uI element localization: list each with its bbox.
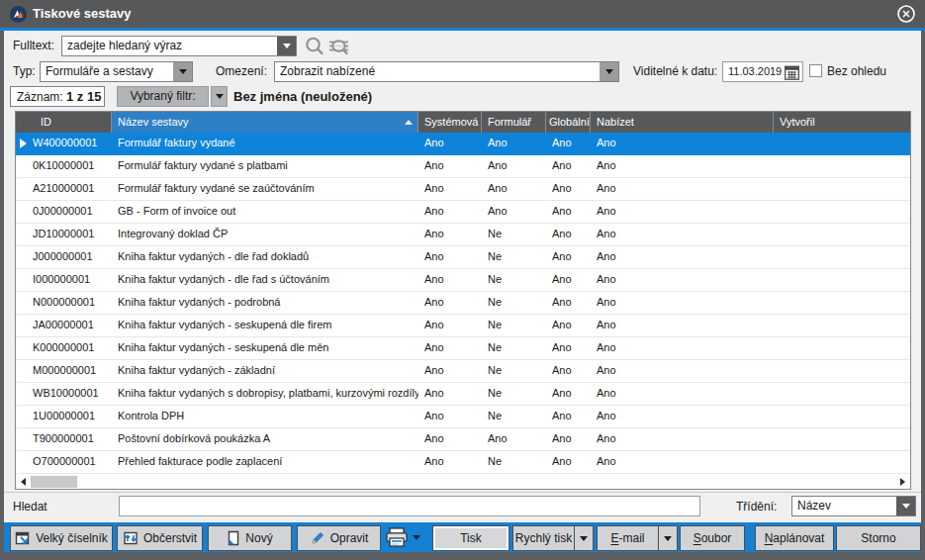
sort-dropdown-button[interactable] bbox=[896, 497, 915, 515]
cell-systemova: Ano bbox=[418, 133, 482, 154]
cell-vytvoril bbox=[774, 155, 910, 177]
cell-id: WB10000001 bbox=[16, 383, 112, 405]
cell-id: K000000001 bbox=[16, 337, 112, 359]
naplanovat-button[interactable]: Naplánovat bbox=[755, 525, 834, 551]
cell-systemova: Ano bbox=[418, 246, 482, 268]
storno-button[interactable]: Storno bbox=[836, 525, 921, 551]
table-row[interactable]: 1U00000001 Kontrola DPH Ano Ne Ano Ano bbox=[16, 406, 910, 428]
scrollbar-thumb[interactable] bbox=[31, 476, 77, 488]
type-combobox[interactable]: Formuláře a sestavy bbox=[40, 61, 193, 82]
column-header-id[interactable]: ID bbox=[16, 112, 112, 133]
novy-button[interactable]: Nový bbox=[208, 525, 292, 551]
cell-name: GB - Form of invoice out bbox=[112, 201, 418, 223]
fulltext-dropdown-button[interactable] bbox=[277, 37, 296, 55]
table-row[interactable]: 0K10000001 Formulář faktury vydané s pla… bbox=[16, 155, 910, 178]
close-icon[interactable] bbox=[897, 5, 915, 23]
table-row[interactable]: A210000001 Formulář faktury vydané se za… bbox=[16, 178, 910, 201]
cell-nabizet: Ano bbox=[591, 246, 774, 268]
cell-id: O700000001 bbox=[16, 451, 112, 473]
table-row[interactable]: JD10000001 Integrovaný doklad ČP Ano Ne … bbox=[16, 224, 910, 246]
refresh-icon bbox=[123, 530, 139, 546]
date-field[interactable]: 11.03.2019 bbox=[722, 61, 803, 82]
soubor-button[interactable]: Soubor bbox=[680, 525, 745, 551]
tisk-button[interactable]: Tisk bbox=[432, 525, 509, 551]
cell-name: Formulář faktury vydané bbox=[112, 133, 418, 154]
rychly-tisk-dropdown-button[interactable] bbox=[574, 526, 593, 550]
scroll-left-icon[interactable] bbox=[21, 478, 26, 486]
cell-nabizet: Ano bbox=[591, 201, 774, 223]
column-header-formular[interactable]: Formulář bbox=[482, 112, 546, 133]
cell-globalni: Ano bbox=[546, 246, 591, 268]
email-button[interactable]: E-mail bbox=[597, 525, 678, 551]
cell-formular: Ano bbox=[482, 155, 546, 177]
bottom-toolbar: Velký číselník Občerstvit Nový Opravit bbox=[4, 522, 921, 552]
rychly-tisk-button[interactable]: Rychlý tisk bbox=[512, 525, 594, 551]
velky-ciselnik-button[interactable]: Velký číselník bbox=[10, 525, 113, 551]
cell-vytvoril bbox=[774, 133, 910, 154]
scroll-right-icon[interactable] bbox=[900, 478, 905, 486]
cell-name: Kniha faktur vydaných - seskupená dle fi… bbox=[112, 315, 418, 336]
cell-nabizet: Ano bbox=[591, 292, 774, 314]
type-dropdown-button[interactable] bbox=[173, 62, 192, 81]
selected-filter-button[interactable]: Vybraný filtr: bbox=[117, 86, 209, 107]
bez-ohledu-checkbox[interactable] bbox=[809, 64, 822, 77]
column-header-nazev[interactable]: Název sestavy bbox=[112, 112, 418, 133]
sort-label: Třídění: bbox=[736, 497, 777, 517]
horizontal-scrollbar[interactable] bbox=[16, 475, 910, 489]
window-title: Tiskové sestavy bbox=[33, 6, 132, 21]
window-frame-bottom bbox=[0, 552, 925, 560]
table-row[interactable]: T900000001 Poštovní dobírková poukázka A… bbox=[16, 428, 910, 451]
table-row[interactable]: W400000001 Formulář faktury vydané Ano A… bbox=[16, 133, 910, 155]
cell-name: Kniha faktur vydaných - dle řad dokladů bbox=[112, 246, 418, 268]
table-row[interactable]: 0J00000001 GB - Form of invoice out Ano … bbox=[16, 201, 910, 224]
cell-globalni: Ano bbox=[546, 428, 591, 450]
opravit-button[interactable]: Opravit bbox=[297, 525, 381, 551]
table-row[interactable]: J000000001 Kniha faktur vydaných - dle ř… bbox=[16, 246, 910, 269]
cell-vytvoril bbox=[774, 337, 910, 359]
cell-globalni: Ano bbox=[546, 133, 591, 154]
cell-vytvoril bbox=[774, 406, 910, 427]
selected-filter-dropdown-button[interactable] bbox=[211, 86, 228, 107]
sort-combobox[interactable]: Název bbox=[791, 496, 916, 516]
calendar-icon[interactable] bbox=[784, 64, 799, 80]
print-menu-dropdown-icon[interactable] bbox=[413, 535, 420, 540]
table-row[interactable]: JA00000001 Kniha faktur vydaných - sesku… bbox=[16, 315, 910, 337]
obcerstvit-button[interactable]: Občerstvit bbox=[117, 525, 203, 551]
column-header-globalni[interactable]: Globální bbox=[546, 112, 591, 133]
cell-systemova: Ano bbox=[418, 178, 482, 200]
search-icon[interactable] bbox=[304, 36, 325, 57]
cell-name: Kniha faktur vydaných - základní bbox=[112, 360, 418, 382]
restriction-dropdown-button[interactable] bbox=[600, 62, 618, 81]
search-input[interactable] bbox=[119, 496, 700, 516]
table-row[interactable]: N000000001 Kniha faktur vydaných - podro… bbox=[16, 292, 910, 315]
column-header-nabizet[interactable]: Nabízet bbox=[591, 112, 774, 133]
cell-name: Formulář faktury vydané se zaúčtováním bbox=[112, 178, 418, 200]
cell-id: 0K10000001 bbox=[16, 155, 112, 177]
cell-systemova: Ano bbox=[418, 201, 482, 223]
print-menu-widget[interactable] bbox=[385, 525, 432, 549]
restriction-combobox[interactable]: Zobrazit nabízené bbox=[274, 61, 619, 82]
column-header-vytvoril[interactable]: Vytvořil bbox=[774, 112, 910, 133]
cell-nabizet: Ano bbox=[591, 269, 774, 291]
table-row[interactable]: K000000001 Kniha faktur vydaných - sesku… bbox=[16, 337, 910, 360]
table-row[interactable]: M000000001 Kniha faktur vydaných - zákla… bbox=[16, 360, 910, 383]
cell-id: 1U00000001 bbox=[16, 406, 112, 427]
cell-nabizet: Ano bbox=[591, 133, 774, 154]
search-in-text-icon[interactable] bbox=[327, 36, 350, 57]
type-value: Formuláře a sestavy bbox=[46, 62, 153, 81]
cell-name: Poštovní dobírková poukázka A bbox=[112, 428, 418, 450]
table-row[interactable]: I000000001 Kniha faktur vydaných - dle ř… bbox=[16, 269, 910, 292]
cell-vytvoril bbox=[774, 292, 910, 314]
cell-id: 0J00000001 bbox=[16, 201, 112, 223]
column-header-systemova[interactable]: Systémová bbox=[418, 112, 482, 133]
email-dropdown-button[interactable] bbox=[658, 526, 677, 550]
cell-systemova: Ano bbox=[418, 451, 482, 473]
table-row[interactable]: WB10000001 Kniha faktur vydaných s dobro… bbox=[16, 383, 910, 406]
cell-globalni: Ano bbox=[546, 224, 591, 245]
cell-globalni: Ano bbox=[546, 451, 591, 473]
edit-pencil-icon bbox=[310, 530, 325, 546]
record-counter-label: Záznam: bbox=[17, 90, 63, 104]
cell-formular: Ne bbox=[482, 269, 546, 291]
fulltext-combobox[interactable]: zadejte hledaný výraz bbox=[61, 36, 297, 56]
table-row[interactable]: O700000001 Přehled fakturace podle zapla… bbox=[16, 451, 910, 474]
